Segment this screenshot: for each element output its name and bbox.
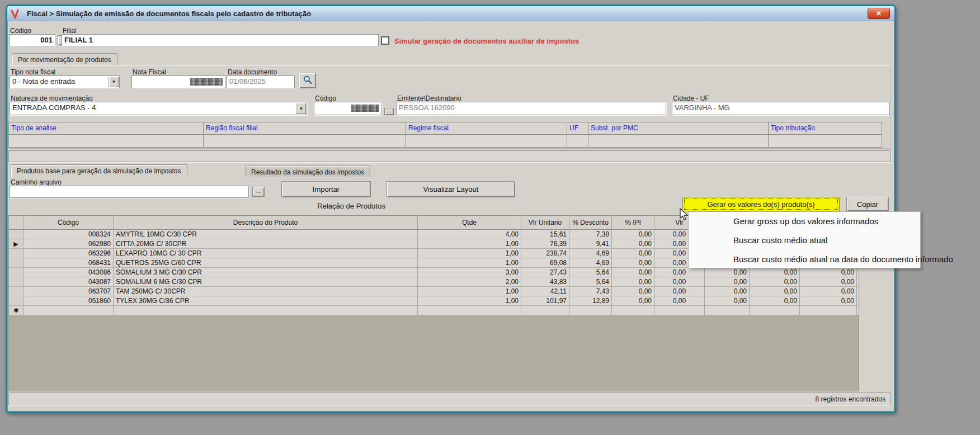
row-selector-cell <box>9 287 23 296</box>
grid-cell: 043086 <box>23 268 114 277</box>
context-menu-item[interactable]: Gerar gross up dos valores informados <box>689 212 920 231</box>
tab-por-movimentacao[interactable]: Por movimentação de produtos <box>12 53 117 65</box>
emitente-browse-button[interactable]: ... <box>384 108 394 115</box>
analysis-table: Tipo de analiseRegião fiscal filialRegim… <box>8 122 882 148</box>
context-menu-item[interactable]: Buscar custo médio atual <box>689 231 920 250</box>
nota-fiscal-label: Nota Fiscal <box>133 68 166 76</box>
grid-cell: CITTA 20MG C/ 30CPR <box>114 239 418 248</box>
grid-cell: 0,00 <box>654 277 705 286</box>
grid-cell: 0,00 <box>612 296 654 305</box>
gerar-valores-button[interactable]: Gerar os valores do(s) produto(s) <box>682 197 840 211</box>
nota-fiscal-input[interactable] <box>131 75 225 88</box>
title-bar[interactable]: Fiscal > Simulação de emissão de documen… <box>7 6 894 21</box>
grid-column-header[interactable]: Vlr Unitario <box>521 216 569 229</box>
grid-cell: 9,41 <box>569 239 612 248</box>
analysis-column-header[interactable]: UF <box>567 122 588 134</box>
doc-codigo-input[interactable] <box>314 102 382 115</box>
grid-cell: 4,00 <box>418 230 521 239</box>
codigo-input[interactable]: 001 <box>9 34 55 46</box>
grid-column-header[interactable] <box>9 216 23 229</box>
grid-cell: 0,00 <box>750 268 800 277</box>
grid-column-header[interactable]: Código <box>23 216 114 229</box>
grid-cell: 063707 <box>23 287 114 296</box>
desktop-background: Fiscal > Simulação de emissão de documen… <box>0 0 980 435</box>
grid-cell: 0,00 <box>612 230 654 239</box>
caminho-browse-button[interactable]: ... <box>252 187 265 197</box>
grid-cell: 0,00 <box>612 249 654 258</box>
table-row[interactable]: 043087SOMALIUM 6 MG C/30 CPR2,0043,835,6… <box>9 277 859 287</box>
row-selector-cell <box>9 277 23 286</box>
grid-cell: 12,89 <box>569 296 612 305</box>
grid-cell: 0,00 <box>612 277 654 286</box>
grid-cell: 238,74 <box>521 249 569 258</box>
analysis-empty-cell <box>588 135 769 147</box>
analysis-detail-strip <box>8 150 891 162</box>
analysis-empty-cell <box>406 135 567 147</box>
grid-column-header[interactable]: % IPI <box>612 216 654 229</box>
analysis-column-header[interactable]: Tipo tributação <box>769 122 880 134</box>
analysis-column-header[interactable]: Regime fiscal <box>406 122 567 134</box>
grid-cell: TAM 250MG C/ 30CPR <box>114 287 418 296</box>
table-row[interactable]: 063707TAM 250MG C/ 30CPR1,0042,117,430,0… <box>9 287 859 296</box>
grid-column-header[interactable]: % Desconto <box>569 216 612 229</box>
grid-cell <box>800 306 857 315</box>
simulate-checkbox[interactable] <box>381 36 389 45</box>
simulate-checkbox-label: Simular geração de documentos auxiliar d… <box>394 37 579 45</box>
grid-column-header[interactable]: Qtde <box>418 216 521 229</box>
grid-cell: 068431 <box>23 258 114 267</box>
data-documento-input[interactable]: 01/06/2025 <box>227 75 295 88</box>
grid-cell <box>114 306 418 315</box>
grid-cell: QUETROS 25MG C/60 CPR <box>114 258 418 267</box>
search-button[interactable] <box>299 73 316 88</box>
row-selector-cell <box>9 296 23 305</box>
grid-cell: 1,00 <box>418 296 521 305</box>
grid-cell: SOMALIUM 3 MG C/30 CPR <box>114 268 418 277</box>
caminho-arquivo-input[interactable] <box>10 186 249 198</box>
grid-cell <box>750 306 800 315</box>
grid-cell: 42,11 <box>521 287 569 296</box>
doc-codigo-label: Código <box>315 94 336 102</box>
tab-produtos-base[interactable]: Produtos base para geração da simulação … <box>11 164 187 177</box>
grid-cell: 0,00 <box>750 287 800 296</box>
tipo-nota-dropdown-icon[interactable]: ▼ <box>109 77 119 87</box>
grid-cell: 7,38 <box>569 230 612 239</box>
status-bar: 8 registros encontrados <box>8 393 891 405</box>
grid-cell: 043087 <box>23 277 114 286</box>
analysis-column-header[interactable]: Tipo de analise <box>9 122 204 134</box>
tipo-nota-select[interactable]: 0 - Nota de entrada ▼ <box>10 75 120 88</box>
table-row[interactable]: 051860TYLEX 30MG C/36 CPR1,00101,9712,89… <box>9 296 859 306</box>
importar-button[interactable]: Importar <box>281 181 371 197</box>
grid-cell: 76,39 <box>521 239 569 248</box>
natureza-dropdown-icon[interactable]: ▼ <box>296 103 306 114</box>
app-window: Fiscal > Simulação de emissão de documen… <box>6 4 896 413</box>
filial-input[interactable]: FILIAL 1 <box>62 34 379 46</box>
data-documento-label: Data documento <box>228 68 277 76</box>
tipo-nota-label: Tipo nota fiscal <box>11 68 55 76</box>
copiar-button[interactable]: Copiar <box>846 197 889 211</box>
context-menu-item[interactable]: Buscar custo médio atual na data do docu… <box>689 250 920 269</box>
emitente-label: Emitente\Destinatario <box>397 94 461 102</box>
natureza-select[interactable]: ENTRADA COMPRAS - 4 ▼ <box>10 102 307 115</box>
analysis-empty-cell <box>9 135 204 147</box>
analysis-column-header[interactable]: Subst. por PMC <box>588 122 769 134</box>
grid-cell <box>23 306 114 315</box>
row-selector-cell <box>9 268 23 277</box>
grid-cell: 0,00 <box>612 268 654 277</box>
table-row[interactable]: 043086SOMALIUM 3 MG C/30 CPR3,0027,435,6… <box>9 268 859 277</box>
visualizar-layout-button[interactable]: Visualizar Layout <box>387 181 515 197</box>
caminho-arquivo-label: Caminho arquivo <box>11 178 62 186</box>
cidade-uf-input[interactable]: VARGINHA - MG <box>672 102 890 115</box>
relacao-produtos-title: Relação de Produtos <box>262 202 441 210</box>
grid-cell: 1,00 <box>418 239 521 248</box>
emitente-input[interactable]: PESSOA 162090 <box>396 102 666 115</box>
grid-column-header[interactable]: Descrição do Produto <box>114 216 418 229</box>
grid-cell: 0,00 <box>705 296 750 305</box>
grid-cell: 008324 <box>23 230 114 239</box>
analysis-empty-cell <box>204 135 406 147</box>
analysis-column-header[interactable]: Região fiscal filial <box>204 122 406 134</box>
close-button[interactable]: ✕ <box>868 8 890 19</box>
table-new-row[interactable]: ✱ <box>9 306 859 315</box>
grid-cell: LEXAPRO 10MG C/ 30 CPR <box>114 249 418 258</box>
tab-resultado-simulacao[interactable]: Resultado da simulação dos impostos <box>245 166 370 177</box>
analysis-table-empty-row[interactable] <box>9 135 882 147</box>
